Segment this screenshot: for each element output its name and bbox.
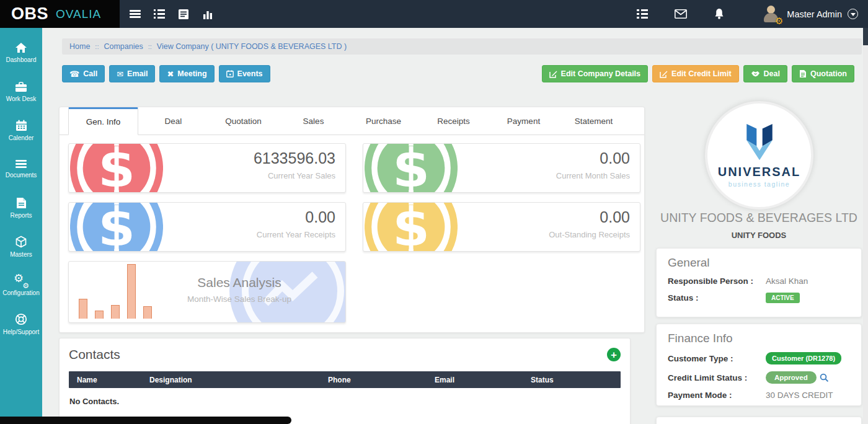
column-header-email: Email (427, 376, 523, 384)
menu-toggle-icon[interactable] (127, 6, 143, 22)
sidebar-item-dashboard[interactable]: Dashboard (0, 33, 42, 73)
navbar-left-icons (127, 0, 216, 28)
credit-limit-zoom-icon[interactable] (820, 373, 829, 382)
handshake-icon (751, 70, 760, 77)
calendar-icon (16, 120, 27, 131)
avatar-gear-icon: ⚙ (775, 17, 783, 26)
contacts-table-header: Name Designation Phone Email Status (69, 371, 621, 388)
stat-card-outstanding-receipts: $ 0.00 Out-Standing Receipts (363, 202, 640, 252)
breadcrumb-current-page: View Company ( UNITY FOODS & BEVERAGES L… (157, 42, 347, 51)
sidebar-item-help-support[interactable]: Help/Support (0, 305, 42, 344)
sales-analysis-title: Sales Analysis (156, 275, 323, 290)
breadcrumb-companies[interactable]: Companies (104, 42, 143, 51)
tab-deal[interactable]: Deal (138, 107, 208, 135)
tab-gen-info[interactable]: Gen. Info (68, 107, 138, 135)
report-file-icon (16, 197, 27, 209)
sales-analysis-subtitle: Month-Wise Sales Break-up (156, 294, 323, 304)
quotation-file-icon (799, 69, 807, 78)
sidebar-item-reports[interactable]: Reports (0, 188, 42, 227)
sales-analysis-card[interactable]: Sales Analysis Month-Wise Sales Break-up (68, 261, 346, 323)
add-contact-button[interactable]: + (607, 348, 621, 361)
home-icon (15, 42, 27, 53)
tasks-list-icon[interactable] (634, 6, 650, 22)
column-header-name: Name (69, 376, 141, 384)
svg-text:$: $ (98, 202, 135, 252)
events-button[interactable]: Events (219, 65, 270, 82)
cube-icon (15, 236, 27, 248)
tab-payment[interactable]: Payment (489, 107, 559, 135)
tab-quotation[interactable]: Quotation (208, 107, 278, 135)
tab-sales[interactable]: Sales (278, 107, 348, 135)
life-ring-icon (15, 313, 27, 325)
responsible-person-value: Aksal Khan (766, 276, 808, 286)
credit-limit-status-label: Credit Limit Status : (668, 373, 766, 382)
next-info-card-partial (656, 417, 862, 424)
sales-mini-chart (79, 263, 159, 319)
tab-statement[interactable]: Statement (559, 107, 629, 135)
quotation-button[interactable]: Quotation (792, 65, 854, 82)
calendar-icon (226, 70, 234, 77)
tab-strip: Gen. Info Deal Quotation Sales Purchase … (60, 107, 644, 135)
user-name[interactable]: Master Admin (787, 9, 842, 19)
envelope-icon: ✉ (117, 70, 123, 78)
user-dropdown-icon[interactable] (848, 9, 858, 19)
general-title: General (668, 256, 850, 270)
tab-purchase[interactable]: Purchase (348, 107, 418, 135)
stat-card-current-year-sales: $ 6133596.03 Current Year Sales (68, 143, 346, 193)
mail-icon[interactable] (673, 6, 689, 22)
briefcase-icon (15, 81, 27, 92)
column-header-status: Status (523, 376, 621, 384)
lines-icon (15, 159, 27, 169)
sidebar-item-calender[interactable]: Documents Calender (0, 111, 42, 150)
universal-logo-mark (728, 123, 790, 164)
call-button[interactable]: ☎ Call (62, 65, 105, 82)
company-alias: UNITY FOODS (651, 231, 867, 240)
edit-credit-limit-button[interactable]: Edit Credit Limit (652, 65, 739, 82)
logo-text: OBS (11, 4, 48, 24)
company-name: UNITY FOODS & BEVERAGES LTD (651, 211, 867, 225)
dollar-coin-icon: $ (365, 143, 458, 193)
breadcrumb-home[interactable]: Home (69, 42, 90, 51)
stat-label: Current Year Sales (254, 171, 335, 180)
column-header-phone: Phone (320, 376, 427, 384)
tab-receipts[interactable]: Receipts (418, 107, 489, 135)
status-badge: ACTIVE (766, 293, 800, 303)
app-logo[interactable]: OBS OVALIA (0, 0, 120, 28)
column-header-designation: Designation (141, 376, 320, 384)
sidebar-item-masters[interactable]: Masters (0, 227, 42, 267)
bottom-black-bar (0, 417, 291, 424)
brand-text: OVALIA (56, 7, 101, 21)
deal-button[interactable]: Deal (743, 65, 787, 82)
edit-icon (660, 70, 668, 78)
svg-text:$: $ (98, 143, 135, 193)
stat-value: 0.00 (549, 208, 630, 226)
meeting-button[interactable]: ✖ Meeting (159, 65, 214, 82)
dollar-coin-icon: $ (365, 202, 458, 252)
status-label: Status : (668, 293, 766, 303)
logo-title: UNIVERSAL (718, 165, 801, 179)
mini-bar (111, 305, 120, 319)
app-window: OBS OVALIA (0, 0, 868, 424)
notifications-bell-icon[interactable] (711, 6, 727, 22)
contacts-card: Contacts + Name Designation Phone Email … (59, 338, 631, 424)
scrollbar-thumb[interactable] (863, 28, 868, 45)
stat-value: 0.00 (257, 208, 335, 226)
email-button[interactable]: ✉ Email (109, 65, 155, 82)
bar-chart-icon[interactable] (200, 6, 216, 22)
user-avatar[interactable]: ⚙ (762, 5, 781, 24)
sidebar-item-work-desk[interactable]: Work Desk (0, 73, 42, 112)
sidebar-item-documents[interactable]: Documents (0, 150, 42, 189)
customer-type-label: Customer Type : (668, 354, 766, 363)
finance-info-card: Finance Info Customer Type : Customer (D… (656, 324, 862, 406)
top-navbar: OBS OVALIA (0, 0, 868, 28)
edit-icon (549, 70, 557, 78)
empty-contacts-message: No Contacts. (69, 397, 621, 406)
left-sidebar: Dashboard Work Desk Documents Calender D… (0, 28, 42, 417)
list-view-icon[interactable] (151, 6, 167, 22)
stat-card-current-year-receipts: $ 0.00 Current Year Receipts (68, 202, 346, 252)
company-tab-panel: Gen. Info Deal Quotation Sales Purchase … (59, 107, 645, 333)
phone-icon: ☎ (69, 70, 79, 78)
document-list-icon[interactable] (175, 6, 192, 22)
edit-company-details-button[interactable]: Edit Company Details (542, 65, 649, 82)
sidebar-item-configuration[interactable]: ⚙⚙ Configuration (0, 266, 42, 305)
